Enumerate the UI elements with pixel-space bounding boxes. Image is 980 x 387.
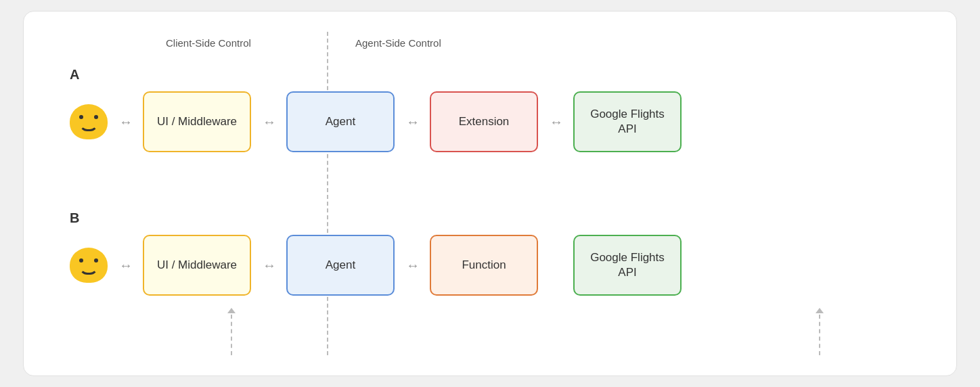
eye-left-a <box>79 115 83 119</box>
arrow-up-head-left <box>227 308 236 313</box>
eye-right-b <box>94 258 98 263</box>
arrow-up-head-right <box>816 308 824 313</box>
box-agent-a: Agent <box>286 91 395 152</box>
vertical-divider <box>327 32 328 355</box>
box-ui-b: UI / Middleware <box>143 235 251 296</box>
dotted-line-left <box>231 315 232 355</box>
box-google-flights-a: Google Flights API <box>573 91 682 152</box>
emoji-a <box>70 104 108 139</box>
row-a-label: A <box>70 67 79 83</box>
arrow-a-1: ↔ <box>108 114 143 130</box>
arrow-b-2: ↔ <box>251 258 286 273</box>
row-b: B ↔ UI / Middleware ↔ Agent ↔ Function ↔… <box>70 235 682 296</box>
box-function-b: Function <box>430 235 538 296</box>
arrow-b-1: ↔ <box>108 258 143 273</box>
agent-side-label: Agent-Side Control <box>355 37 441 49</box>
client-side-label: Client-Side Control <box>166 37 251 49</box>
row-b-label: B <box>70 210 79 226</box>
eye-right-a <box>94 115 98 119</box>
box-google-flights-b: Google Flights API <box>573 235 682 296</box>
arrow-b-3: ↔ <box>395 258 430 273</box>
arrow-a-3: ↔ <box>395 114 430 130</box>
row-a: A ↔ UI / Middleware ↔ Agent ↔ Extension … <box>70 91 682 152</box>
box-ui-a: UI / Middleware <box>143 91 251 152</box>
arrow-a-2: ↔ <box>251 114 286 130</box>
diagram-container: Client-Side Control Agent-Side Control A… <box>23 11 957 376</box>
eye-left-b <box>79 258 83 263</box>
box-extension-a: Extension <box>430 91 538 152</box>
dotted-arrow-left <box>227 308 236 355</box>
emoji-b <box>70 248 108 283</box>
arrow-a-4: ↔ <box>538 114 573 130</box>
box-agent-b: Agent <box>286 235 395 296</box>
dotted-line-right <box>819 315 820 355</box>
dotted-arrow-right <box>816 308 824 355</box>
